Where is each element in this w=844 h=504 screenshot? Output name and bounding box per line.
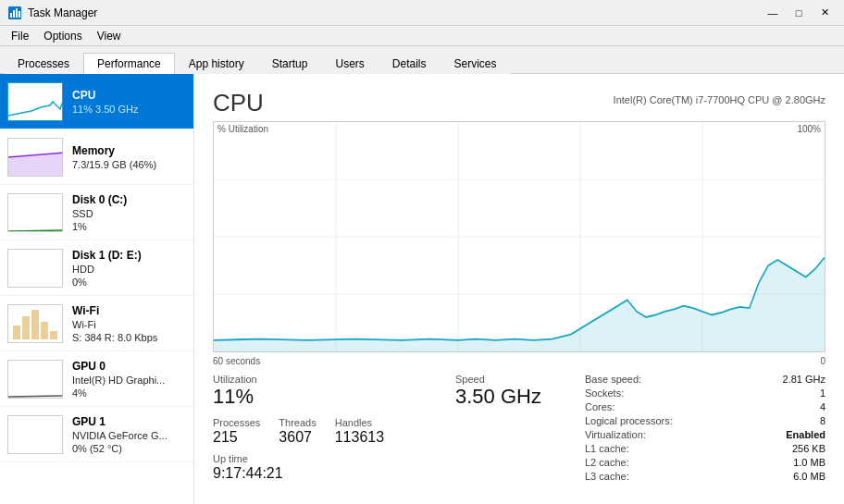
menu-file[interactable]: File bbox=[4, 28, 36, 44]
processes-label: Processes bbox=[213, 417, 260, 428]
threads-value: 3607 bbox=[279, 428, 316, 446]
stat-l2-cache: L2 cache: 1.0 MB bbox=[585, 457, 825, 468]
gpu1-info: GPU 1 NVIDIA GeForce G... 0% (52 °C) bbox=[72, 415, 186, 454]
tab-processes[interactable]: Processes bbox=[4, 53, 83, 74]
gpu1-detail1: NVIDIA GeForce G... bbox=[72, 430, 186, 441]
memory-info: Memory 7.3/15.9 GB (46%) bbox=[72, 144, 186, 170]
title-bar: Task Manager — □ ✕ bbox=[0, 0, 844, 26]
cpu-chart: % Utilization 100% bbox=[213, 121, 825, 352]
gpu0-name: GPU 0 bbox=[72, 360, 186, 373]
svg-rect-1 bbox=[10, 13, 12, 18]
svg-rect-4 bbox=[19, 11, 20, 18]
stat-uptime: Up time 9:17:44:21 bbox=[213, 453, 455, 482]
handles-label: Handles bbox=[335, 417, 384, 428]
stat-sockets: Sockets: 1 bbox=[585, 387, 825, 399]
disk0-detail2: 1% bbox=[72, 221, 186, 232]
tab-app-history[interactable]: App history bbox=[175, 53, 258, 74]
disk0-thumbnail bbox=[7, 193, 63, 232]
memory-thumbnail bbox=[7, 138, 63, 177]
gpu1-thumbnail bbox=[7, 415, 63, 454]
tab-startup[interactable]: Startup bbox=[258, 53, 322, 74]
sidebar-item-wifi[interactable]: Wi-Fi Wi-Fi S: 384 R: 8.0 Kbps bbox=[0, 296, 193, 351]
stat-base-speed: Base speed: 2.81 GHz bbox=[585, 374, 825, 385]
cpu-info: CPU 11% 3.50 GHz bbox=[72, 89, 186, 115]
chart-x-right: 0 bbox=[820, 356, 825, 366]
svg-rect-2 bbox=[13, 10, 15, 18]
tab-details[interactable]: Details bbox=[379, 53, 441, 74]
chart-x-left: 60 seconds bbox=[213, 356, 260, 366]
stat-cores: Cores: 4 bbox=[585, 401, 825, 412]
stat-handles: Handles 113613 bbox=[335, 417, 384, 446]
uptime-label: Up time bbox=[213, 453, 455, 464]
svg-rect-17 bbox=[8, 416, 63, 454]
chart-x-labels: 60 seconds 0 bbox=[213, 356, 825, 366]
stat-processes: Processes 215 bbox=[213, 417, 260, 446]
chart-y-label: % Utilization bbox=[217, 124, 268, 134]
chart-y-max: 100% bbox=[797, 124, 821, 134]
stat-threads: Threads 3607 bbox=[279, 417, 316, 446]
memory-detail: 7.3/15.9 GB (46%) bbox=[72, 159, 186, 170]
disk0-info: Disk 0 (C:) SSD 1% bbox=[72, 193, 186, 232]
disk1-name: Disk 1 (D: E:) bbox=[72, 249, 186, 262]
menu-bar: File Options View bbox=[0, 26, 844, 46]
svg-rect-15 bbox=[50, 331, 57, 339]
disk1-detail1: HDD bbox=[72, 264, 186, 275]
detail-subtitle: Intel(R) Core(TM) i7-7700HQ CPU @ 2.80GH… bbox=[614, 94, 825, 105]
sidebar-item-gpu0[interactable]: GPU 0 Intel(R) HD Graphi... 4% bbox=[0, 351, 193, 407]
disk1-detail2: 0% bbox=[72, 277, 186, 288]
svg-rect-14 bbox=[13, 326, 20, 339]
stat-speed: Speed 3.50 GHz bbox=[455, 374, 585, 409]
stats-left: Utilization 11% Processes 215 Threads 36… bbox=[213, 374, 455, 489]
memory-name: Memory bbox=[72, 144, 186, 157]
stat-l1-cache: L1 cache: 256 KB bbox=[585, 443, 825, 454]
sidebar-item-memory[interactable]: Memory 7.3/15.9 GB (46%) bbox=[0, 129, 193, 185]
svg-rect-13 bbox=[41, 322, 48, 339]
svg-rect-16 bbox=[8, 361, 63, 399]
gpu0-detail1: Intel(R) HD Graphi... bbox=[72, 375, 186, 386]
tab-users[interactable]: Users bbox=[321, 53, 378, 74]
disk0-name: Disk 0 (C:) bbox=[72, 193, 186, 206]
tab-bar: Processes Performance App history Startu… bbox=[0, 46, 844, 74]
close-button[interactable]: ✕ bbox=[813, 4, 837, 22]
wifi-thumbnail bbox=[7, 304, 63, 343]
minimize-button[interactable]: — bbox=[761, 4, 785, 22]
tab-services[interactable]: Services bbox=[441, 53, 511, 74]
window-title: Task Manager bbox=[28, 6, 761, 19]
svg-marker-26 bbox=[214, 257, 825, 351]
cpu-name: CPU bbox=[72, 89, 186, 102]
window-controls: — □ ✕ bbox=[761, 4, 837, 22]
handles-value: 113613 bbox=[335, 428, 384, 446]
disk1-info: Disk 1 (D: E:) HDD 0% bbox=[72, 249, 186, 288]
svg-rect-8 bbox=[8, 194, 63, 232]
gpu0-detail2: 4% bbox=[72, 387, 186, 399]
wifi-name: Wi-Fi bbox=[72, 304, 186, 317]
disk1-thumbnail bbox=[7, 249, 63, 288]
gpu1-name: GPU 1 bbox=[72, 415, 186, 428]
main-content: CPU 11% 3.50 GHz Memory 7.3/15.9 GB (46%… bbox=[0, 74, 844, 504]
threads-label: Threads bbox=[279, 417, 316, 428]
svg-rect-11 bbox=[31, 310, 39, 339]
chart-svg bbox=[214, 122, 825, 351]
maximize-button[interactable]: □ bbox=[787, 4, 811, 22]
sidebar-item-disk0[interactable]: Disk 0 (C:) SSD 1% bbox=[0, 185, 193, 240]
stat-l3-cache: L3 cache: 6.0 MB bbox=[585, 471, 825, 482]
utilization-label: Utilization bbox=[213, 374, 455, 385]
sidebar-item-cpu[interactable]: CPU 11% 3.50 GHz bbox=[0, 74, 193, 129]
sidebar-item-gpu1[interactable]: GPU 1 NVIDIA GeForce G... 0% (52 °C) bbox=[0, 407, 193, 462]
stat-virtualization: Virtualization: Enabled bbox=[585, 429, 825, 440]
stat-utilization: Utilization 11% bbox=[213, 374, 455, 409]
menu-view[interactable]: View bbox=[90, 28, 129, 44]
app-icon bbox=[7, 6, 22, 20]
svg-rect-5 bbox=[8, 83, 63, 121]
uptime-value: 9:17:44:21 bbox=[213, 464, 455, 482]
speed-label: Speed bbox=[455, 374, 585, 385]
wifi-info: Wi-Fi Wi-Fi S: 384 R: 8.0 Kbps bbox=[72, 304, 186, 343]
sidebar-item-disk1[interactable]: Disk 1 (D: E:) HDD 0% bbox=[0, 240, 193, 296]
detail-header: CPU Intel(R) Core(TM) i7-7700HQ CPU @ 2.… bbox=[213, 89, 825, 117]
speed-value: 3.50 GHz bbox=[455, 385, 585, 409]
menu-options[interactable]: Options bbox=[36, 28, 89, 44]
stats-speed: Speed 3.50 GHz bbox=[455, 374, 585, 489]
tab-performance[interactable]: Performance bbox=[83, 53, 175, 74]
cpu-thumbnail bbox=[7, 82, 63, 121]
right-stats: Base speed: 2.81 GHz Sockets: 1 Cores: 4… bbox=[585, 374, 825, 489]
